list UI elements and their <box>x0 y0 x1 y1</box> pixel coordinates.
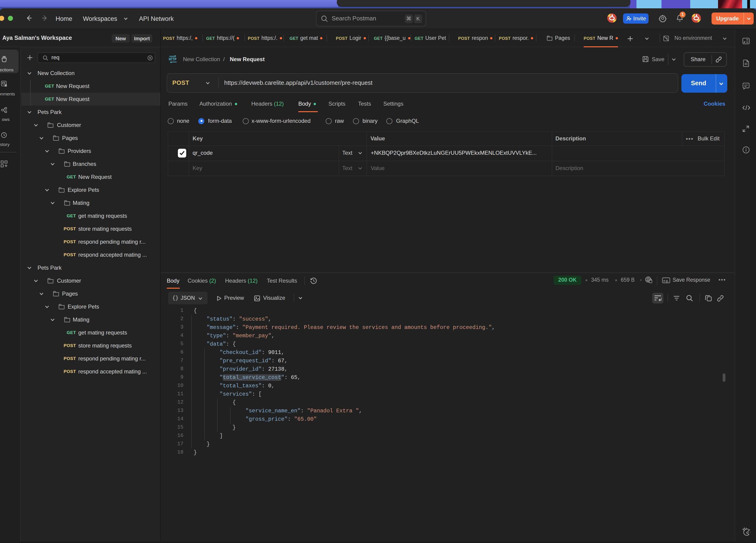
svg-text:e.g.: e.g. <box>663 279 668 282</box>
svg-text:HTTP: HTTP <box>169 57 176 61</box>
svg-text:x: x <box>743 40 746 44</box>
